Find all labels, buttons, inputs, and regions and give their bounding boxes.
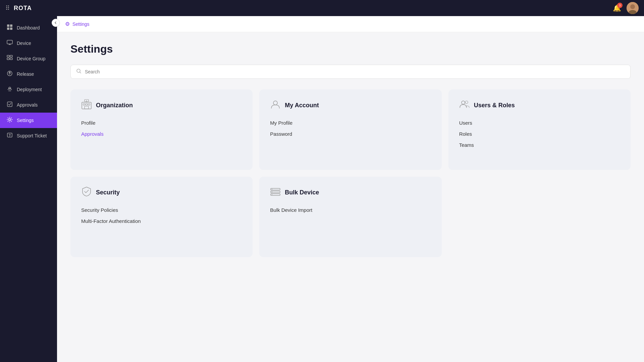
deployment-icon bbox=[7, 86, 13, 93]
sidebar-item-approvals[interactable]: Approvals bbox=[0, 97, 57, 113]
sidebar-item-dashboard[interactable]: Dashboard bbox=[0, 20, 57, 36]
card-bulk-device: Bulk Device Bulk Device Import bbox=[259, 177, 441, 257]
settings-icon bbox=[7, 117, 13, 124]
page-title: Settings bbox=[70, 43, 631, 55]
cards-row-2: Security Security Policies Multi-Factor … bbox=[70, 177, 631, 257]
sidebar: Dashboard Device Device Group bbox=[0, 16, 57, 362]
svg-point-16 bbox=[9, 87, 11, 89]
breadcrumb-text: Settings bbox=[72, 21, 90, 27]
topbar: ⠿ ROTA 🔔 3 bbox=[0, 0, 644, 16]
svg-rect-12 bbox=[7, 58, 9, 60]
link-teams[interactable]: Teams bbox=[459, 142, 620, 148]
svg-rect-7 bbox=[7, 40, 12, 44]
topbar-right: 🔔 3 bbox=[613, 2, 639, 14]
svg-point-19 bbox=[9, 119, 11, 121]
card-empty bbox=[448, 177, 631, 257]
security-icon bbox=[81, 186, 92, 199]
svg-rect-24 bbox=[82, 102, 91, 109]
device-icon bbox=[7, 40, 13, 47]
svg-point-37 bbox=[272, 189, 272, 190]
link-roles[interactable]: Roles bbox=[459, 131, 620, 137]
svg-rect-10 bbox=[7, 55, 9, 57]
my-account-icon bbox=[270, 99, 281, 112]
settings-content: Settings bbox=[57, 32, 644, 362]
sidebar-label-deployment: Deployment bbox=[17, 87, 42, 92]
bulk-device-icon bbox=[270, 186, 281, 199]
svg-rect-13 bbox=[10, 58, 12, 60]
dashboard-icon bbox=[7, 24, 13, 32]
search-input[interactable] bbox=[85, 69, 625, 74]
svg-rect-3 bbox=[7, 24, 9, 27]
users-roles-icon bbox=[459, 99, 470, 112]
breadcrumb-icon: ⚙ bbox=[65, 21, 70, 27]
approvals-icon bbox=[7, 101, 13, 109]
card-users-roles: Users & Roles Users Roles Teams bbox=[448, 89, 631, 170]
card-bulk-device-header: Bulk Device bbox=[270, 186, 431, 199]
sidebar-item-settings[interactable]: Settings bbox=[0, 113, 57, 128]
support-ticket-icon bbox=[7, 132, 13, 139]
avatar-face bbox=[627, 2, 639, 14]
svg-rect-27 bbox=[88, 104, 90, 105]
link-approvals[interactable]: Approvals bbox=[81, 131, 242, 137]
svg-point-39 bbox=[272, 194, 272, 195]
link-bulk-device-import[interactable]: Bulk Device Import bbox=[270, 207, 431, 213]
device-group-icon bbox=[7, 55, 13, 62]
link-profile[interactable]: Profile bbox=[81, 120, 242, 126]
card-bulk-device-title: Bulk Device bbox=[285, 189, 319, 196]
card-security: Security Security Policies Multi-Factor … bbox=[70, 177, 253, 257]
svg-line-23 bbox=[80, 72, 81, 73]
sidebar-item-device[interactable]: Device bbox=[0, 36, 57, 51]
card-users-roles-header: Users & Roles bbox=[459, 99, 620, 112]
sidebar-label-approvals: Approvals bbox=[17, 102, 38, 108]
svg-rect-4 bbox=[10, 24, 12, 27]
grid-icon[interactable]: ⠿ bbox=[5, 4, 10, 12]
sidebar-label-support-ticket: Support Ticket bbox=[17, 133, 47, 138]
link-password[interactable]: Password bbox=[270, 131, 431, 137]
sidebar-item-release[interactable]: Release bbox=[0, 66, 57, 82]
svg-point-33 bbox=[465, 101, 468, 104]
organization-icon bbox=[81, 99, 92, 112]
link-security-policies[interactable]: Security Policies bbox=[81, 207, 242, 213]
link-my-profile[interactable]: My Profile bbox=[270, 120, 431, 126]
sidebar-item-support-ticket[interactable]: Support Ticket bbox=[0, 128, 57, 143]
card-organization-title: Organization bbox=[96, 102, 133, 109]
avatar[interactable] bbox=[627, 2, 639, 14]
card-organization-links: Profile Approvals bbox=[81, 120, 242, 137]
svg-point-31 bbox=[273, 101, 277, 105]
card-security-header: Security bbox=[81, 186, 242, 199]
svg-rect-25 bbox=[83, 104, 85, 105]
link-mfa[interactable]: Multi-Factor Authentication bbox=[81, 218, 242, 224]
svg-rect-6 bbox=[10, 27, 12, 30]
card-my-account-header: My Account bbox=[270, 99, 431, 112]
svg-point-21 bbox=[9, 136, 10, 137]
sidebar-label-device-group: Device Group bbox=[17, 56, 46, 61]
card-my-account-title: My Account bbox=[285, 102, 319, 109]
card-organization: Organization Profile Approvals bbox=[70, 89, 253, 170]
svg-point-32 bbox=[462, 101, 465, 104]
notification-badge: 3 bbox=[617, 3, 623, 8]
card-users-roles-links: Users Roles Teams bbox=[459, 120, 620, 148]
sidebar-label-device: Device bbox=[17, 41, 31, 46]
sidebar-item-deployment[interactable]: Deployment bbox=[0, 82, 57, 97]
svg-rect-26 bbox=[86, 104, 88, 105]
card-bulk-device-links: Bulk Device Import bbox=[270, 207, 431, 213]
sidebar-label-dashboard: Dashboard bbox=[17, 25, 40, 31]
sidebar-item-device-group[interactable]: Device Group bbox=[0, 51, 57, 66]
svg-rect-18 bbox=[7, 102, 12, 107]
sidebar-collapse-button[interactable] bbox=[52, 19, 60, 27]
link-users[interactable]: Users bbox=[459, 120, 620, 126]
notifications-button[interactable]: 🔔 3 bbox=[613, 4, 621, 12]
card-my-account-links: My Profile Password bbox=[270, 120, 431, 137]
svg-point-38 bbox=[272, 192, 272, 192]
card-my-account: My Account My Profile Password bbox=[259, 89, 441, 170]
app-logo: ROTA bbox=[14, 5, 32, 12]
card-security-links: Security Policies Multi-Factor Authentic… bbox=[81, 207, 242, 224]
search-box bbox=[70, 65, 631, 79]
main-content: ⚙ Settings Settings bbox=[57, 16, 644, 362]
svg-rect-28 bbox=[85, 106, 89, 109]
card-security-title: Security bbox=[96, 189, 120, 196]
search-icon bbox=[76, 68, 82, 75]
sidebar-label-settings: Settings bbox=[17, 118, 34, 123]
release-icon bbox=[7, 70, 13, 78]
card-organization-header: Organization bbox=[81, 99, 242, 112]
